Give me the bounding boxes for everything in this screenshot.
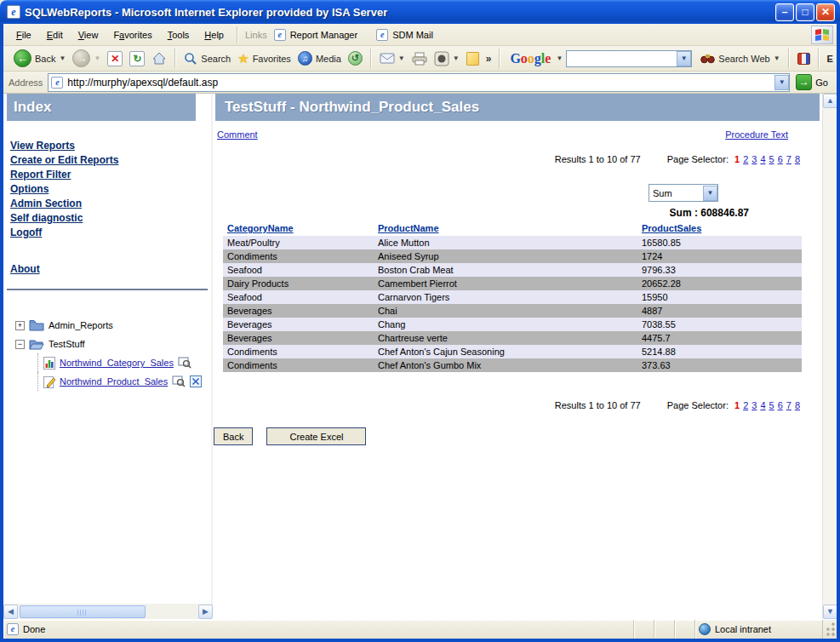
report-link-category-sales[interactable]: Northwind_Category_Sales xyxy=(60,358,174,368)
procedure-text-link[interactable]: Procedure Text xyxy=(725,129,788,140)
favorites-button[interactable]: ★ Favorites xyxy=(234,49,294,68)
scrollbar-thumb[interactable] xyxy=(20,605,146,618)
results-table: CategoryNameProductNameProductSales Meat… xyxy=(223,221,802,372)
mail-dropdown-icon[interactable]: ▼ xyxy=(398,54,405,62)
tree-node-teststuff[interactable]: − TestStuff xyxy=(15,335,211,353)
page-link-4[interactable]: 4 xyxy=(760,400,765,410)
delete-report-icon[interactable] xyxy=(190,375,202,387)
page-link-8[interactable]: 8 xyxy=(795,400,800,410)
search-web-label: Search Web xyxy=(718,54,769,64)
sidebar-link-logoff[interactable]: Logoff xyxy=(10,226,211,240)
table-cell: Chang xyxy=(374,318,637,331)
menu-item-view[interactable]: View xyxy=(71,26,106,43)
address-input[interactable]: e http://murphy/apexsql/default.asp ▼ xyxy=(48,73,790,92)
toolbar-overflow-chevron[interactable]: » xyxy=(483,53,495,65)
tree-node-label[interactable]: Admin_Reports xyxy=(49,320,113,330)
sidebar-link-report-filter[interactable]: Report Filter xyxy=(10,168,211,182)
home-button[interactable] xyxy=(148,49,170,67)
menu-item-tools[interactable]: Tools xyxy=(160,26,197,43)
table-cell: Carnarvon Tigers xyxy=(374,290,637,304)
search-button[interactable]: Search xyxy=(180,50,234,67)
page-link-7[interactable]: 7 xyxy=(786,400,791,410)
google-logo-button[interactable]: Google ▼ xyxy=(505,49,566,68)
scroll-down-icon[interactable]: ▼ xyxy=(823,605,837,619)
messenger-button[interactable]: ▼ xyxy=(431,49,463,68)
stop-button[interactable]: ✕ xyxy=(104,49,126,68)
menu-items: FileEditViewFavoritesToolsHelp xyxy=(9,26,231,43)
favorites-label: Favorites xyxy=(253,54,291,64)
resize-grip[interactable] xyxy=(823,620,837,639)
create-excel-button[interactable]: Create Excel xyxy=(266,427,366,445)
address-url: http://murphy/apexsql/default.asp xyxy=(67,77,774,89)
scroll-up-icon[interactable]: ▲ xyxy=(823,94,837,108)
back-form-button[interactable]: Back xyxy=(214,427,253,445)
media-button[interactable]: ♫ Media xyxy=(294,49,345,67)
sidebar-link-about[interactable]: About xyxy=(10,262,211,277)
discuss-button[interactable] xyxy=(463,50,483,67)
google-search-input[interactable]: ▼ xyxy=(566,50,692,67)
page-link-6[interactable]: 6 xyxy=(778,400,783,410)
links-item-report-manager[interactable]: eReport Manager xyxy=(274,29,358,41)
maximize-button[interactable]: □ xyxy=(796,3,814,21)
expand-icon[interactable]: + xyxy=(15,321,25,330)
comment-link[interactable]: Comment xyxy=(217,129,258,140)
sidebar-link-options[interactable]: Options xyxy=(10,182,211,197)
menu-item-favorites[interactable]: Favorites xyxy=(106,26,159,43)
report-vertical-scrollbar[interactable]: ▲ ▼ xyxy=(822,94,837,619)
menu-item-edit[interactable]: Edit xyxy=(39,26,71,43)
go-button[interactable]: → Go xyxy=(793,73,833,91)
tree-node-label[interactable]: TestStuff xyxy=(49,339,85,349)
google-dropdown-icon[interactable]: ▼ xyxy=(556,54,563,62)
mail-button[interactable]: ▼ xyxy=(376,51,409,66)
refresh-button[interactable]: ↻ xyxy=(126,49,148,68)
index-header: Index xyxy=(7,94,196,121)
scroll-left-icon[interactable]: ◀ xyxy=(3,605,18,619)
page-link-8[interactable]: 8 xyxy=(795,154,800,164)
address-dropdown-icon[interactable]: ▼ xyxy=(774,75,789,90)
close-button[interactable]: ✕ xyxy=(816,3,835,21)
page-link-4[interactable]: 4 xyxy=(760,154,765,164)
page-info-button[interactable] xyxy=(794,51,814,66)
page-link-3[interactable]: 3 xyxy=(751,154,757,164)
column-header-categoryname: CategoryName xyxy=(223,221,374,236)
forward-button[interactable]: → ▼ xyxy=(69,48,104,69)
column-sort-link[interactable]: ProductName xyxy=(378,223,439,233)
page-link-5[interactable]: 5 xyxy=(769,154,774,164)
page-link-6[interactable]: 6 xyxy=(778,154,783,164)
search-web-dropdown-icon[interactable]: ▼ xyxy=(774,54,780,62)
page-selector-label: Page Selector: xyxy=(667,400,729,410)
sidebar-link-view-reports[interactable]: View Reports xyxy=(10,139,211,153)
search-web-button[interactable]: Search Web ▼ xyxy=(697,51,783,66)
page-link-7[interactable]: 7 xyxy=(786,154,791,164)
column-sort-link[interactable]: ProductSales xyxy=(642,223,701,233)
minimize-button[interactable]: – xyxy=(775,3,794,21)
status-pane xyxy=(675,620,695,639)
back-dropdown-icon[interactable]: ▼ xyxy=(59,54,66,62)
select-dropdown-icon[interactable]: ▼ xyxy=(703,186,717,201)
back-button[interactable]: ← Back ▼ xyxy=(10,48,69,69)
tree-node-admin-reports[interactable]: + Admin_Reports xyxy=(15,316,211,335)
page-link-2[interactable]: 2 xyxy=(743,400,748,410)
pagerank-button[interactable]: E xyxy=(824,52,837,66)
menu-item-help[interactable]: Help xyxy=(197,26,231,43)
links-item-sdm-mail[interactable]: eSDM Mail xyxy=(376,29,433,41)
page-link-2[interactable]: 2 xyxy=(743,154,748,164)
sidebar-link-create-or-edit-reports[interactable]: Create or Edit Reports xyxy=(10,153,211,168)
sidebar-link-self-diagnostic[interactable]: Self diagnostic xyxy=(10,211,211,226)
history-button[interactable]: ↺ xyxy=(345,49,366,67)
page-link-5[interactable]: 5 xyxy=(769,400,774,410)
google-combo-dropdown-icon[interactable]: ▼ xyxy=(677,51,691,66)
scroll-right-icon[interactable]: ▶ xyxy=(198,605,213,619)
messenger-dropdown-icon[interactable]: ▼ xyxy=(453,54,460,62)
print-button[interactable] xyxy=(409,50,431,67)
report-link-product-sales[interactable]: Northwind_Product_Sales xyxy=(60,376,168,387)
column-header-productsales: ProductSales xyxy=(637,221,802,236)
sidebar-horizontal-scrollbar[interactable]: ◀ ▶ xyxy=(3,604,213,619)
menu-item-file[interactable]: File xyxy=(9,26,39,43)
sidebar-link-admin-section[interactable]: Admin Section xyxy=(10,197,211,211)
page-link-3[interactable]: 3 xyxy=(751,400,757,410)
aggregate-select[interactable]: Sum ▼ xyxy=(649,184,718,202)
collapse-icon[interactable]: − xyxy=(15,340,25,349)
column-sort-link[interactable]: CategoryName xyxy=(227,223,294,233)
table-row: CondimentsChef Anton's Gumbo Mix373.63 xyxy=(223,358,802,372)
